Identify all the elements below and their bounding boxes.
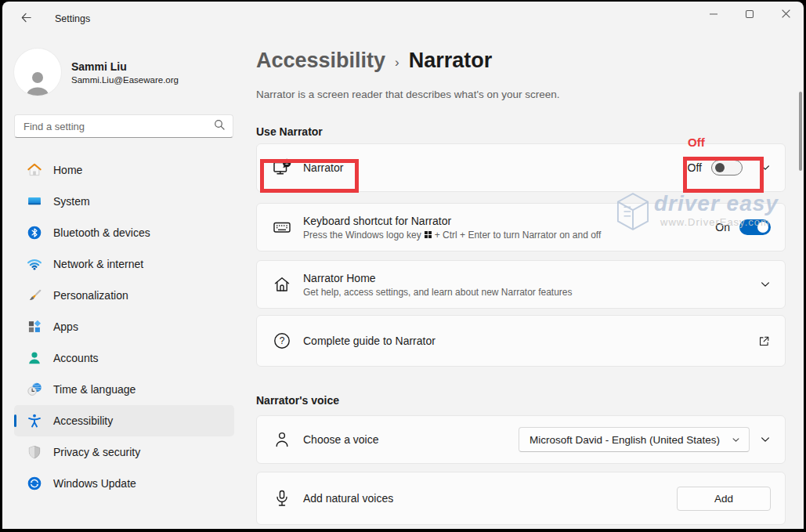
voice-dropdown[interactable]: Microsoft David - English (United States… [519, 427, 750, 452]
back-button[interactable] [14, 9, 38, 29]
sidebar-item-personalization[interactable]: Personalization [14, 280, 234, 311]
screen: Settings Sammi Liu Sammi.Liu@Easeware.or… [0, 0, 806, 532]
annotation-off-label: Off [688, 136, 705, 149]
sidebar-item-system[interactable]: System [14, 186, 234, 217]
keyboard-shortcut-toggle[interactable] [739, 219, 771, 235]
search-input[interactable] [23, 121, 214, 132]
narrator-home-subtitle: Get help, access settings, and learn abo… [303, 287, 573, 298]
user-email: Sammi.Liu@Easeware.org [71, 75, 179, 85]
maximize-icon [745, 8, 754, 22]
choose-voice-card[interactable]: Choose a voice Microsoft David - English… [256, 415, 786, 464]
narrator-home-chevron-down-icon[interactable] [760, 279, 771, 290]
external-link-icon[interactable] [757, 335, 771, 348]
sidebar-item-bluetooth-devices[interactable]: Bluetooth & devices [14, 217, 234, 248]
voice-dropdown-chevron-down-icon [732, 436, 740, 444]
narrator-expand-chevron-down-icon[interactable] [760, 162, 771, 173]
windows-logo-icon [425, 231, 432, 238]
narrator-toggle-label: Off [688, 161, 702, 174]
section-use-narrator: Use Narrator [256, 125, 786, 138]
sidebar-item-home[interactable]: Home [14, 154, 234, 186]
accessibility-icon [27, 413, 42, 429]
scrollbar-thumb[interactable] [799, 92, 802, 171]
page-description: Narrator is a screen reader that describ… [256, 89, 786, 100]
breadcrumb: Accessibility › Narrator [256, 49, 786, 73]
titlebar: Settings [2, 2, 804, 36]
sidebar-item-time-language[interactable]: Time & language [14, 374, 234, 405]
keyboard-shortcut-card: Keyboard shortcut for Narrator Press the… [256, 203, 786, 252]
add-natural-voices-title: Add natural voices [303, 492, 393, 505]
choose-voice-title: Choose a voice [303, 433, 379, 446]
search-box[interactable] [14, 114, 233, 138]
time-language-icon [27, 382, 42, 397]
sidebar-item-accessibility[interactable]: Accessibility [14, 405, 234, 436]
narrator-toggle-knob [715, 163, 725, 172]
narrator-label: Narrator [303, 161, 343, 174]
person-outline-icon [273, 430, 291, 449]
windows-update-icon [27, 476, 42, 491]
breadcrumb-separator: › [395, 55, 399, 71]
sidebar-nav: Home System Bluetooth & devices Network … [14, 154, 234, 499]
home-icon [27, 162, 42, 178]
breadcrumb-accessibility[interactable]: Accessibility [256, 49, 385, 73]
microphone-icon [273, 489, 291, 508]
svg-text:?: ? [280, 335, 285, 346]
accounts-icon [27, 350, 42, 366]
sidebar-item-privacy-security[interactable]: Privacy & security [14, 436, 234, 468]
avatar [14, 49, 61, 96]
keyboard-shortcut-title: Keyboard shortcut for Narrator [303, 215, 601, 227]
choose-voice-chevron-down-icon[interactable] [760, 434, 771, 445]
home-outline-icon [273, 275, 291, 294]
main-content: Accessibility › Narrator Narrator is a s… [245, 36, 804, 529]
back-arrow-icon [20, 12, 32, 27]
sidebar-item-windows-update[interactable]: Windows Update [14, 468, 234, 499]
narrator-home-title: Narrator Home [303, 272, 573, 284]
user-profile[interactable]: Sammi Liu Sammi.Liu@Easeware.org [14, 49, 245, 96]
sidebar-item-accounts[interactable]: Accounts [14, 342, 234, 374]
system-icon [27, 194, 42, 209]
user-name: Sammi Liu [71, 60, 179, 73]
minimize-icon [709, 8, 718, 22]
keyboard-toggle-knob [757, 222, 768, 233]
complete-guide-title: Complete guide to Narrator [303, 335, 436, 347]
minimize-button[interactable] [696, 2, 732, 28]
window-controls [696, 2, 804, 28]
section-narrators-voice: Narrator's voice [256, 394, 786, 407]
keyboard-icon [273, 218, 291, 237]
voice-dropdown-value: Microsoft David - English (United States… [530, 434, 720, 446]
narrator-toggle[interactable] [711, 160, 743, 176]
bluetooth-icon [27, 225, 42, 241]
personalization-icon [27, 288, 42, 303]
add-button[interactable]: Add [677, 487, 771, 511]
keyboard-toggle-label: On [715, 221, 730, 233]
keyboard-shortcut-subtitle: Press the Windows logo key + Ctrl + Ente… [303, 230, 601, 241]
close-icon [781, 8, 791, 22]
sidebar: Sammi Liu Sammi.Liu@Easeware.org Home Sy… [2, 36, 245, 529]
maximize-button[interactable] [732, 2, 768, 28]
narrator-card[interactable]: Narrator Off [256, 143, 786, 192]
privacy-icon [27, 444, 42, 460]
page-title: Narrator [409, 49, 493, 73]
sidebar-item-apps[interactable]: Apps [14, 311, 234, 342]
add-natural-voices-card: Add natural voices Add [256, 472, 786, 525]
complete-guide-card[interactable]: ? Complete guide to Narrator [256, 315, 786, 367]
narrator-home-card[interactable]: Narrator Home Get help, access settings,… [256, 260, 786, 309]
settings-window: Settings Sammi Liu Sammi.Liu@Easeware.or… [2, 2, 804, 529]
sidebar-item-network-internet[interactable]: Network & internet [14, 248, 234, 280]
question-circle-icon: ? [273, 331, 291, 350]
narrator-icon [273, 158, 291, 177]
close-button[interactable] [768, 2, 804, 28]
apps-icon [27, 319, 42, 335]
search-icon[interactable] [214, 119, 225, 133]
app-title: Settings [55, 13, 90, 24]
network-icon [27, 256, 42, 272]
